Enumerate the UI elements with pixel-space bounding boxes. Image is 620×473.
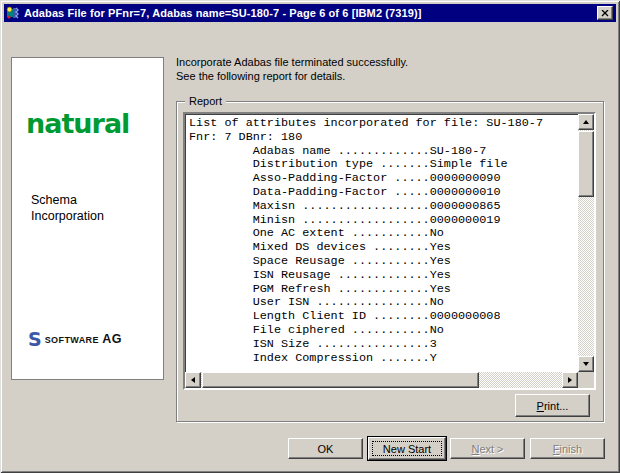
status-message-line2: See the following report for details. [176,70,345,82]
close-icon [601,10,609,17]
report-line: ISN Reusage .............Yes [189,269,577,283]
branding-panel: natural Schema Incorporation S software … [11,57,164,380]
scroll-up-button[interactable] [578,114,594,130]
report-line: User ISN ................No [189,296,577,310]
report-line: Asso-Padding-Factor .....0000000090 [189,172,577,186]
vertical-scroll-thumb[interactable] [578,131,594,197]
scroll-right-icon [568,377,572,383]
report-line: Adabas name .............SU-180-7 [189,145,577,159]
softwareag-logo: S software AG [28,330,122,348]
horizontal-scroll-thumb[interactable] [202,372,479,388]
app-icon[interactable] [6,6,20,20]
report-line: Data-Padding-Factor .....0000000010 [189,186,577,200]
report-group-label: Report [185,95,226,107]
window-title: Adabas File for PFnr=7, Adabas name=SU-1… [24,7,421,19]
report-line: Mixed DS devices ........Yes [189,241,577,255]
ok-button[interactable]: OK [288,438,363,459]
report-line: List of attributes incorporated for file… [189,117,577,131]
new-start-button[interactable]: New Start [368,437,446,460]
scroll-right-button[interactable] [562,372,578,388]
report-line: Maxisn ..................0000000865 [189,200,577,214]
report-text[interactable]: List of attributes incorporated for file… [186,115,577,371]
softwareag-logo-text: software AG [45,332,122,346]
report-line: One AC extent ...........No [189,227,577,241]
titlebar[interactable]: Adabas File for PFnr=7, Adabas name=SU-1… [4,4,616,22]
scrollbar-corner [578,372,594,388]
report-line: Distribution type .......Simple file [189,158,577,172]
subtitle-line2: Incorporation [31,208,104,224]
dialog-window: Adabas File for PFnr=7, Adabas name=SU-1… [0,0,620,473]
report-line: File ciphered ...........No [189,324,577,338]
scroll-down-icon [583,362,589,366]
report-line: Index Compression .......Y [189,352,577,366]
module-subtitle: Schema Incorporation [31,192,104,224]
scroll-up-icon [583,120,589,124]
scroll-down-button[interactable] [578,356,594,372]
scroll-left-button[interactable] [185,372,201,388]
next-button: Next > [450,438,525,459]
horizontal-scrollbar[interactable] [185,372,578,388]
vertical-scrollbar[interactable] [578,114,594,372]
scroll-left-icon [191,377,195,383]
close-button[interactable] [597,6,613,20]
report-line: Fnr: 7 DBnr: 180 [189,131,577,145]
print-button[interactable]: Print... [515,394,590,417]
status-message-line1: Incorporate Adabas file terminated succe… [176,56,408,68]
report-line: Minisn ..................0000000019 [189,214,577,228]
report-line: ISN Size ................3 [189,338,577,352]
natural-logo: natural [26,108,129,139]
report-line: Space Reusage ...........Yes [189,255,577,269]
softwareag-s-icon: S [28,330,42,348]
subtitle-line1: Schema [31,192,104,208]
report-line: PGM Refresh .............Yes [189,283,577,297]
report-line: Length Client ID ........0000000008 [189,310,577,324]
report-textarea[interactable]: List of attributes incorporated for file… [183,112,596,390]
finish-button: Finish [530,438,605,459]
